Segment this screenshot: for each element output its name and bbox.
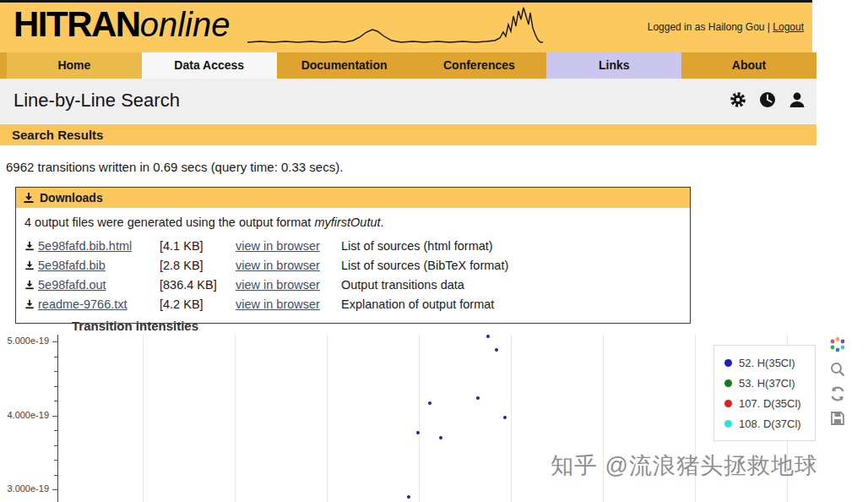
search-results-header: Search Results	[0, 124, 816, 145]
nav-bar: Home Data Access Documentation Conferenc…	[0, 52, 816, 79]
page-title: Line-by-Line Search	[14, 90, 180, 112]
legend-label: 52. H(35Cl)	[739, 357, 795, 369]
view-in-browser-link[interactable]: view in browser	[236, 297, 320, 311]
legend-item[interactable]: 108. D(37Cl)	[724, 413, 815, 434]
data-point[interactable]	[476, 396, 480, 400]
download-icon	[23, 192, 35, 204]
data-point[interactable]	[416, 431, 420, 434]
file-download-icon	[24, 299, 35, 309]
gear-icon[interactable]	[729, 90, 747, 109]
download-file-row: 5e98fafd.bib.html [4.1 KB] view in brows…	[16, 237, 690, 257]
file-description: List of sources (html format)	[341, 239, 493, 253]
y-tick-label: 4.000e-19	[0, 410, 49, 420]
data-point[interactable]	[503, 416, 507, 419]
y-axis: 5.000e-194.000e-193.000e-19	[0, 335, 57, 502]
save-icon[interactable]	[829, 410, 846, 427]
nav-tab-documentation[interactable]: Documentation	[277, 52, 412, 79]
login-status: Logged in as Hailong Gou | Logout	[648, 21, 804, 33]
legend-label: 53. H(37Cl)	[739, 377, 795, 390]
legend-label: 108. D(37Cl)	[739, 417, 801, 430]
file-size: [836.4 KB]	[160, 278, 217, 292]
legend-color-dot	[724, 379, 732, 387]
output-format-name: myfirstOutut	[314, 216, 380, 229]
data-point[interactable]	[407, 495, 410, 499]
legend-label: 107. D(35Cl)	[739, 397, 801, 410]
download-file-row: 5e98fafd.bib [2.8 KB] view in browser Li…	[16, 257, 690, 276]
gridline	[235, 335, 236, 502]
file-download-icon	[24, 241, 35, 251]
data-point[interactable]	[439, 436, 442, 439]
file-cell: 5e98fafd.out	[24, 278, 106, 292]
downloads-box: Downloads 4 output files were generated …	[15, 187, 691, 324]
legend-color-dot	[724, 359, 732, 367]
gridline	[511, 335, 512, 502]
file-download-link[interactable]: 5e98fafd.bib	[38, 259, 106, 272]
spectrum-curve-decoration	[247, 6, 544, 52]
file-download-link[interactable]: 5e98fafd.bib.html	[38, 239, 132, 253]
gridline	[143, 335, 144, 502]
file-description: Explanation of output format	[341, 297, 494, 311]
file-cell: readme-9766.txt	[24, 297, 127, 311]
gridline	[327, 335, 328, 502]
logo-text-bold: HITRAN	[14, 4, 140, 44]
legend-item[interactable]: 52. H(35Cl)	[724, 352, 815, 373]
file-download-icon	[24, 260, 35, 270]
plotly-logo-icon[interactable]	[829, 336, 846, 353]
view-in-browser-link[interactable]: view in browser	[236, 278, 320, 292]
logout-link[interactable]: Logout	[773, 21, 804, 33]
gridline	[419, 335, 420, 502]
logged-in-text: Logged in as Hailong Gou |	[648, 21, 770, 33]
file-download-icon	[24, 280, 35, 290]
logo-text-italic: online	[140, 6, 231, 43]
hitran-logo[interactable]: HITRANonline	[14, 4, 230, 45]
nav-tab-links[interactable]: Links	[546, 52, 681, 79]
summary-suffix: .	[381, 216, 384, 229]
file-cell: 5e98fafd.bib	[24, 259, 106, 272]
header: HITRANonline Logged in as Hailong Gou | …	[0, 0, 812, 52]
titlebar-icons	[729, 90, 806, 109]
y-tick-label: 3.000e-19	[0, 483, 49, 494]
view-in-browser-link[interactable]: view in browser	[236, 259, 320, 272]
download-file-row: readme-9766.txt [4.2 KB] view in browser…	[16, 296, 690, 315]
file-size: [2.8 KB]	[160, 259, 203, 272]
history-icon[interactable]	[758, 90, 777, 109]
legend: 52. H(35Cl)53. H(37Cl)107. D(35Cl)108. D…	[713, 345, 816, 441]
nav-tab-data-access[interactable]: Data Access	[142, 52, 277, 79]
title-bar: Line-by-Line Search	[0, 79, 816, 123]
data-point[interactable]	[428, 401, 431, 405]
data-point[interactable]	[495, 348, 498, 352]
data-point[interactable]	[486, 335, 490, 338]
downloads-summary: 4 output files were generated using the …	[16, 208, 690, 237]
file-size: [4.1 KB]	[160, 239, 203, 253]
page: HITRANonline Logged in as Hailong Gou | …	[0, 0, 868, 502]
chart-modebar	[829, 336, 846, 427]
downloads-header: Downloads	[16, 188, 690, 208]
nav-tab-conferences[interactable]: Conferences	[411, 52, 546, 79]
download-file-row: 5e98fafd.out [836.4 KB] view in browser …	[16, 276, 690, 296]
watermark: 知乎 @流浪猪头拯救地球	[551, 450, 818, 481]
legend-color-dot	[724, 420, 732, 428]
downloads-title: Downloads	[40, 191, 103, 205]
file-description: List of sources (BibTeX format)	[341, 259, 508, 272]
legend-item[interactable]: 107. D(35Cl)	[724, 393, 815, 413]
chart-title: Transition intensities	[72, 319, 198, 333]
legend-color-dot	[724, 400, 732, 407]
view-in-browser-link[interactable]: view in browser	[236, 239, 320, 253]
file-download-link[interactable]: 5e98fafd.out	[38, 278, 106, 292]
y-tick-label: 5.000e-19	[0, 336, 49, 346]
file-download-link[interactable]: readme-9766.txt	[38, 297, 127, 311]
summary-prefix: 4 output files were generated using the …	[24, 216, 314, 229]
user-icon[interactable]	[788, 90, 806, 109]
file-size: [4.2 KB]	[160, 297, 203, 311]
autoscale-icon[interactable]	[829, 385, 846, 402]
nav-tab-home[interactable]: Home	[7, 52, 142, 79]
file-cell: 5e98fafd.bib.html	[24, 239, 132, 253]
zoom-icon[interactable]	[829, 361, 846, 378]
legend-item[interactable]: 53. H(37Cl)	[724, 373, 815, 393]
file-description: Output transitions data	[341, 278, 464, 292]
nav-tab-about[interactable]: About	[681, 52, 816, 79]
status-line: 6962 transitions written in 0.69 secs (q…	[6, 160, 343, 174]
